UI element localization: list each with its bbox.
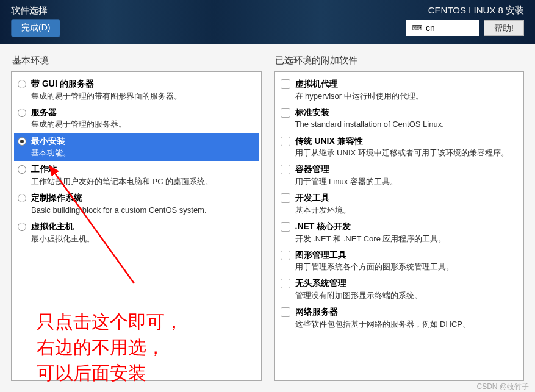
addon-item-title: 容器管理 — [295, 163, 518, 176]
env-item-desc: 集成的易于管理的带有图形界面的服务器。 — [31, 91, 255, 102]
addon-item[interactable]: 虚拟机代理在 hypervisor 中运行时使用的代理。 — [277, 76, 522, 104]
env-item-text: 最小安装基本功能。 — [31, 135, 255, 159]
addons-list[interactable]: 虚拟机代理在 hypervisor 中运行时使用的代理。标准安装The stan… — [274, 71, 525, 381]
addon-item-title: 标准安装 — [295, 107, 518, 119]
env-item-text: 虚拟化主机最小虚拟化主机。 — [31, 221, 255, 244]
addon-item-desc: 用于管理 Linux 容器的工具。 — [295, 176, 518, 187]
addon-item[interactable]: .NET 核心开发开发 .NET 和 .NET Core 应用程序的工具。 — [277, 218, 522, 247]
addon-item-text: 标准安装The standard installation of CentOS … — [295, 107, 518, 130]
base-environment-column: 基本环境 带 GUI 的服务器集成的易于管理的带有图形界面的服务器。服务器集成的… — [11, 55, 262, 381]
addon-item[interactable]: 传统 UNIX 兼容性用于从继承 UNIX 环境中迁移或者可用于该环境的兼容程序… — [277, 133, 522, 162]
env-item-text: 工作站工作站是用户友好的笔记本电脑和 PC 的桌面系统。 — [31, 163, 255, 187]
addon-item-text: .NET 核心开发开发 .NET 和 .NET Core 应用程序的工具。 — [295, 221, 518, 244]
checkbox-icon[interactable] — [281, 222, 290, 232]
addon-item-text: 传统 UNIX 兼容性用于从继承 UNIX 环境中迁移或者可用于该环境的兼容程序… — [295, 135, 518, 159]
addon-item-title: .NET 核心开发 — [295, 221, 518, 233]
env-item-title: 工作站 — [31, 163, 255, 176]
checkbox-icon[interactable] — [281, 137, 290, 146]
env-item[interactable]: 虚拟化主机最小虚拟化主机。 — [14, 218, 259, 247]
addon-item-desc: 用于管理系统各个方面的图形系统管理工具。 — [295, 262, 518, 273]
checkbox-icon[interactable] — [281, 307, 290, 317]
checkbox-icon[interactable] — [281, 79, 290, 89]
radio-icon[interactable] — [18, 80, 26, 88]
env-item-title: 带 GUI 的服务器 — [31, 78, 255, 90]
checkbox-icon[interactable] — [281, 108, 290, 118]
radio-icon[interactable] — [18, 137, 26, 146]
addon-item-desc: The standard installation of CentOS Linu… — [295, 119, 518, 130]
installer-title: CENTOS LINUX 8 安装 — [428, 5, 524, 16]
page-title: 软件选择 — [11, 5, 60, 16]
header-bar: 软件选择 完成(D) CENTOS LINUX 8 安装 ⌨ cn 帮助! — [0, 0, 535, 44]
addon-item-text: 图形管理工具用于管理系统各个方面的图形系统管理工具。 — [295, 249, 518, 273]
addon-item-title: 网络服务器 — [295, 306, 518, 318]
addon-item-title: 图形管理工具 — [295, 249, 518, 262]
keyboard-icon: ⌨ — [412, 24, 422, 32]
addon-item-text: 容器管理用于管理 Linux 容器的工具。 — [295, 163, 518, 187]
addon-item[interactable]: 开发工具基本开发环境。 — [277, 190, 522, 218]
addon-item-desc: 这些软件包包括基于网络的服务器，例如 DHCP、 — [295, 319, 518, 330]
addons-column: 已选环境的附加软件 虚拟机代理在 hypervisor 中运行时使用的代理。标准… — [274, 55, 525, 381]
addon-item-text: 网络服务器这些软件包包括基于网络的服务器，例如 DHCP、 — [295, 306, 518, 330]
done-button[interactable]: 完成(D) — [11, 19, 60, 37]
env-item-text: 服务器集成的易于管理的服务器。 — [31, 107, 255, 130]
env-item[interactable]: 服务器集成的易于管理的服务器。 — [14, 104, 259, 133]
addon-item[interactable]: 图形管理工具用于管理系统各个方面的图形系统管理工具。 — [277, 247, 522, 276]
env-item-desc: 集成的易于管理的服务器。 — [31, 119, 255, 130]
radio-icon[interactable] — [18, 165, 26, 174]
main-content: 基本环境 带 GUI 的服务器集成的易于管理的带有图形界面的服务器。服务器集成的… — [0, 44, 535, 392]
base-environment-list[interactable]: 带 GUI 的服务器集成的易于管理的带有图形界面的服务器。服务器集成的易于管理的… — [11, 71, 262, 381]
header-left: 软件选择 完成(D) — [11, 5, 60, 39]
header-controls: ⌨ cn 帮助! — [406, 20, 524, 36]
env-item-desc: 基本功能。 — [31, 148, 255, 159]
addon-item[interactable]: 容器管理用于管理 Linux 容器的工具。 — [277, 161, 522, 190]
checkbox-icon[interactable] — [281, 165, 290, 174]
addon-item-text: 无头系统管理管理没有附加图形显示终端的系统。 — [295, 277, 518, 301]
checkbox-icon[interactable] — [281, 251, 290, 260]
radio-icon[interactable] — [18, 194, 26, 202]
env-item-title: 服务器 — [31, 107, 255, 119]
addon-item-text: 开发工具基本开发环境。 — [295, 192, 518, 216]
env-item[interactable]: 工作站工作站是用户友好的笔记本电脑和 PC 的桌面系统。 — [14, 161, 259, 190]
base-environment-heading: 基本环境 — [11, 55, 262, 66]
addon-item-desc: 用于从继承 UNIX 环境中迁移或者可用于该环境的兼容程序。 — [295, 148, 518, 159]
addon-item-desc: 开发 .NET 和 .NET Core 应用程序的工具。 — [295, 233, 518, 244]
addon-item-text: 虚拟机代理在 hypervisor 中运行时使用的代理。 — [295, 78, 518, 102]
addon-item-desc: 基本开发环境。 — [295, 205, 518, 216]
addon-item[interactable]: 无头系统管理管理没有附加图形显示终端的系统。 — [277, 275, 522, 304]
env-item[interactable]: 最小安装基本功能。 — [14, 133, 259, 162]
env-item-title: 最小安装 — [31, 135, 255, 148]
env-item-text: 带 GUI 的服务器集成的易于管理的带有图形界面的服务器。 — [31, 78, 255, 102]
help-button[interactable]: 帮助! — [484, 20, 524, 36]
radio-icon[interactable] — [18, 223, 26, 231]
addons-heading: 已选环境的附加软件 — [274, 55, 525, 66]
env-item[interactable]: 定制操作系统Basic building block for a custom … — [14, 190, 259, 218]
env-item-desc: Basic building block for a custom CentOS… — [31, 205, 255, 216]
header-right: CENTOS LINUX 8 安装 ⌨ cn 帮助! — [406, 5, 524, 39]
addon-item-desc: 管理没有附加图形显示终端的系统。 — [295, 290, 518, 301]
env-item-text: 定制操作系统Basic building block for a custom … — [31, 192, 255, 216]
env-item-title: 定制操作系统 — [31, 192, 255, 204]
env-item[interactable]: 带 GUI 的服务器集成的易于管理的带有图形界面的服务器。 — [14, 76, 259, 104]
radio-icon[interactable] — [18, 109, 26, 117]
addon-item-title: 开发工具 — [295, 192, 518, 204]
keyboard-layout-indicator[interactable]: ⌨ cn — [406, 20, 479, 36]
env-item-title: 虚拟化主机 — [31, 221, 255, 233]
addon-item-title: 传统 UNIX 兼容性 — [295, 135, 518, 148]
checkbox-icon[interactable] — [281, 279, 290, 288]
addon-item-desc: 在 hypervisor 中运行时使用的代理。 — [295, 91, 518, 102]
addon-item-title: 虚拟机代理 — [295, 78, 518, 90]
addon-item[interactable]: 网络服务器这些软件包包括基于网络的服务器，例如 DHCP、 — [277, 304, 522, 332]
env-item-desc: 工作站是用户友好的笔记本电脑和 PC 的桌面系统。 — [31, 176, 255, 187]
keyboard-layout-text: cn — [426, 23, 435, 33]
env-item-desc: 最小虚拟化主机。 — [31, 233, 255, 244]
addon-item-title: 无头系统管理 — [295, 277, 518, 290]
addon-item[interactable]: 标准安装The standard installation of CentOS … — [277, 104, 522, 133]
checkbox-icon[interactable] — [281, 193, 290, 203]
